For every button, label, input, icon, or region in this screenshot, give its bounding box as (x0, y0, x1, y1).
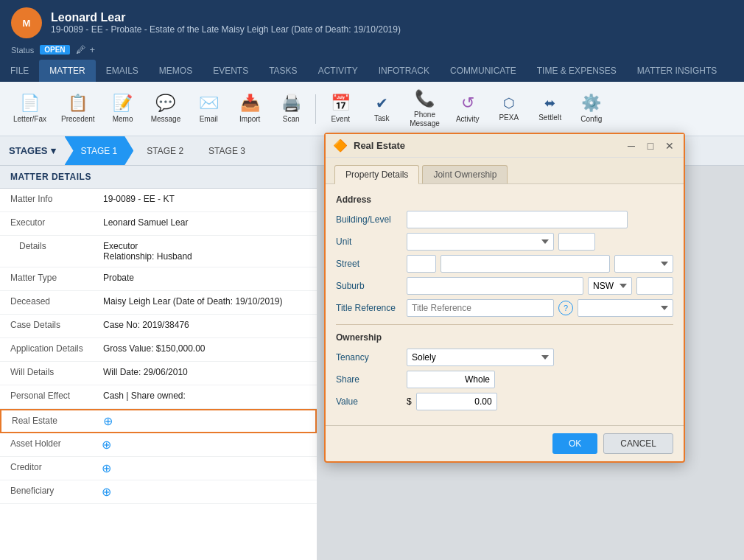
real-estate-label: Real Estate (1, 410, 97, 432)
deceased-label: Deceased (0, 291, 96, 314)
modal-close-btn[interactable]: ✕ (663, 139, 676, 153)
nav-tab-activity[interactable]: ACTIVITY (308, 60, 368, 82)
matter-row-executor: Executor Leonard Samuel Lear (0, 212, 317, 236)
unit-select[interactable] (407, 233, 554, 251)
config-icon: ⚙️ (581, 94, 601, 113)
toolbar-btn-phone-message[interactable]: 📞 Phone Message (404, 86, 446, 131)
status-label: Status (11, 46, 34, 55)
nav-tab-memos[interactable]: MEMOS (149, 60, 203, 82)
matter-details-header: MATTER DETAILS (0, 166, 317, 189)
toolbar-btn-import[interactable]: 📥 Import (231, 91, 269, 127)
unit-row: Unit (336, 233, 673, 251)
toolbar-btn-precedent[interactable]: 📋 Precedent (55, 91, 101, 127)
ok-button[interactable]: OK (552, 433, 597, 454)
edit-icon[interactable]: 🖉 (76, 44, 85, 55)
toolbar-btn-task[interactable]: ✔ Task (362, 91, 401, 126)
unit-input[interactable] (558, 233, 595, 251)
ownership-section-title: Ownership (336, 332, 673, 343)
nav-tab-events[interactable]: EVENTS (203, 60, 259, 82)
modal-maximize-btn[interactable]: □ (644, 139, 657, 153)
letter-fax-icon: 📄 (20, 94, 40, 113)
will-details-label: Will Details (0, 362, 96, 385)
matter-row-details: Details ExecutorRelationship: Husband (0, 236, 317, 267)
street-type-select[interactable] (614, 255, 673, 273)
state-select[interactable]: NSW VIC QLD WA SA TAS ACT NT (588, 277, 632, 295)
toolbar-btn-pexa[interactable]: ⬡ PEXA (490, 92, 528, 125)
real-estate-add-btn[interactable]: ⊕ (97, 410, 119, 432)
toolbar-btn-settleit[interactable]: ⬌ SettleIt (531, 92, 569, 125)
title-reference-help-icon[interactable]: ? (558, 301, 573, 315)
suburb-label: Suburb (336, 281, 402, 291)
matter-type-value: Probate (96, 267, 317, 290)
case-details-value: Case No: 2019/38476 (96, 315, 317, 337)
personal-effect-label: Personal Effect (0, 385, 96, 408)
nav-tab-emails[interactable]: EMAILS (96, 60, 149, 82)
toolbar-btn-activity[interactable]: ↺ Activity (449, 91, 487, 127)
street-number-input[interactable] (407, 255, 436, 273)
task-icon: ✔ (376, 94, 388, 112)
share-label: Share (336, 374, 402, 385)
toolbar-label-scan: Scan (283, 115, 300, 124)
app-title-sub: 19-0089 - EE - Probate - Estate of the L… (51, 24, 401, 35)
app-header: M Leonard Lear 19-0089 - EE - Probate - … (0, 0, 744, 60)
toolbar-btn-config[interactable]: ⚙️ Config (572, 91, 611, 127)
nav-tab-file[interactable]: FILE (0, 60, 39, 82)
creditor-add-btn[interactable]: ⊕ (96, 457, 117, 480)
nav-tab-infotrack[interactable]: INFOTRACK (368, 60, 440, 82)
matter-row-matter-type: Matter Type Probate (0, 267, 317, 291)
asset-holder-label: Asset Holder (0, 433, 96, 456)
suburb-input[interactable] (407, 277, 583, 295)
toolbar-btn-email[interactable]: ✉️ Email (189, 91, 228, 127)
toolbar-btn-letter-fax[interactable]: 📄 Letter/Fax (7, 91, 52, 127)
status-badge: OPEN (40, 45, 69, 55)
title-reference-input[interactable] (407, 299, 554, 317)
street-name-input[interactable] (441, 255, 610, 273)
pexa-icon: ⬡ (503, 95, 515, 111)
nav-tab-tasks[interactable]: TASKS (259, 60, 307, 82)
stage-3[interactable]: STAGE 3 (195, 136, 257, 165)
nav-tab-matter-insights[interactable]: MATTER INSIGHTS (627, 60, 727, 82)
stages-dropdown[interactable]: STAGES ▾ (0, 136, 65, 165)
modal-minimize-btn[interactable]: ─ (625, 139, 638, 153)
stage-1[interactable]: STAGE 1 (65, 136, 134, 165)
executor-label: Executor (0, 212, 96, 235)
scan-icon: 🖨️ (281, 94, 301, 113)
title-reference-select[interactable] (578, 299, 673, 317)
application-details-value: Gross Value: $150,000.00 (96, 338, 317, 361)
toolbar-label-task: Task (374, 114, 390, 123)
add-icon[interactable]: + (90, 44, 96, 55)
toolbar-btn-memo[interactable]: 📝 Memo (104, 91, 142, 127)
share-input[interactable] (407, 371, 495, 388)
modal-title: Real Estate (354, 140, 619, 151)
stage-2[interactable]: STAGE 2 (133, 136, 195, 165)
nav-tab-communicate[interactable]: COMMUNICATE (440, 60, 527, 82)
beneficiary-add-btn[interactable]: ⊕ (96, 480, 117, 503)
details-label: Details (0, 236, 96, 267)
deceased-value: Maisy Leigh Lear (Date of Death: 19/10/2… (96, 291, 317, 314)
tab-property-details[interactable]: Property Details (334, 165, 419, 184)
cancel-button[interactable]: CANCEL (603, 433, 673, 454)
app-title-name: Leonard Lear (51, 11, 401, 24)
tenancy-select[interactable]: Solely Joint Tenants Tenants in Common (407, 349, 554, 366)
toolbar-btn-scan[interactable]: 🖨️ Scan (272, 91, 310, 127)
value-input[interactable] (416, 393, 497, 410)
nav-tab-time-expenses[interactable]: TIME & EXPENSES (527, 60, 627, 82)
toolbar: 📄 Letter/Fax 📋 Precedent 📝 Memo 💬 Messag… (0, 82, 744, 136)
asset-holder-add-btn[interactable]: ⊕ (96, 433, 117, 456)
tab-joint-ownership[interactable]: Joint Ownership (422, 165, 508, 183)
tenancy-label: Tenancy (336, 352, 402, 363)
value-row: Value $ (336, 393, 673, 410)
personal-effect-value: Cash | Share owned: (96, 385, 317, 408)
matter-details-panel: MATTER DETAILS Matter Info 19-0089 - EE … (0, 166, 317, 560)
stages-label: STAGES (9, 145, 48, 156)
toolbar-btn-event[interactable]: 📅 Event (321, 91, 359, 127)
nav-tab-matter[interactable]: MATTER (39, 60, 95, 82)
street-row: Street (336, 255, 673, 273)
matter-row-personal-effect: Personal Effect Cash | Share owned: (0, 385, 317, 409)
details-value: ExecutorRelationship: Husband (96, 236, 317, 267)
street-label: Street (336, 259, 402, 269)
postcode-input[interactable] (636, 277, 673, 295)
toolbar-btn-message[interactable]: 💬 Message (145, 91, 187, 127)
building-level-input[interactable] (407, 211, 628, 228)
toolbar-label-memo: Memo (113, 115, 133, 124)
